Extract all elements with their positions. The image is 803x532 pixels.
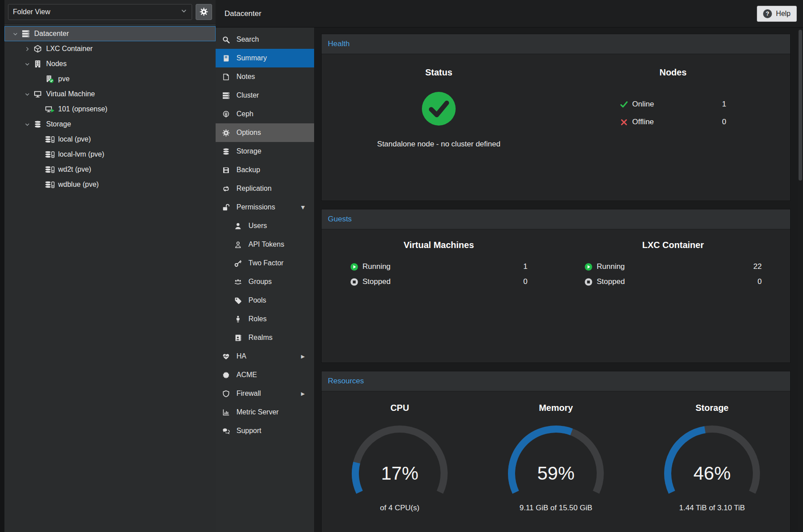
tree-item-local-lvm-pve[interactable]: local-lvm (pve) xyxy=(4,147,216,162)
menu-item-two-factor[interactable]: Two Factor xyxy=(216,254,314,272)
menu-item-realms[interactable]: Realms xyxy=(216,328,314,347)
menu-item-options[interactable]: Options xyxy=(216,123,314,142)
resources-panel-header[interactable]: Resources xyxy=(322,371,790,391)
scrollbar-thumb[interactable] xyxy=(799,30,802,181)
menu-item-roles[interactable]: Roles xyxy=(216,310,314,328)
tree-item-101-opnsense[interactable]: 101 (opnsense) xyxy=(4,102,216,117)
vertical-scrollbar[interactable] xyxy=(798,28,803,532)
menu-item-label: Two Factor xyxy=(248,259,283,267)
guests-panel-header[interactable]: Guests xyxy=(322,209,790,229)
tree-item-nodes[interactable]: Nodes xyxy=(4,56,216,71)
menu-item-cluster[interactable]: Cluster xyxy=(216,86,314,105)
database-icon xyxy=(32,120,43,128)
tree-item-wd2t-pve[interactable]: wd2t (pve) xyxy=(4,162,216,177)
database-drive-icon xyxy=(44,181,55,189)
support-icon xyxy=(222,427,230,435)
menu-item-metric-server[interactable]: Metric Server xyxy=(216,403,314,422)
status-row-value: 1 xyxy=(722,100,726,109)
menu-item-pools[interactable]: Pools xyxy=(216,291,314,310)
menu-item-backup[interactable]: Backup xyxy=(216,161,314,179)
tree-item-label: LXC Container xyxy=(46,45,93,53)
key-icon xyxy=(234,260,242,267)
main-area: Datacenter ? Help SearchSummaryNotesClus… xyxy=(216,0,803,532)
menu-item-users[interactable]: Users xyxy=(216,217,314,235)
tree-item-lxc-container[interactable]: LXC Container xyxy=(4,41,216,56)
user-icon xyxy=(234,222,242,230)
gauge-column-storage: Storage46%1.44 TiB of 3.10 TiB xyxy=(634,391,790,532)
menu-item-notes[interactable]: Notes xyxy=(216,67,314,86)
view-mode-value: Folder View xyxy=(13,8,50,16)
health-panel: Health Status Standalone node - no clust… xyxy=(321,34,791,201)
tree-item-storage[interactable]: Storage xyxy=(4,117,216,132)
status-check-icon xyxy=(421,91,457,126)
play-icon xyxy=(584,263,593,271)
tree-item-wdblue-pve[interactable]: wdblue (pve) xyxy=(4,177,216,192)
menu-item-api-tokens[interactable]: API Tokens xyxy=(216,235,314,254)
gauge-column-cpu: CPU17%of 4 CPU(s) xyxy=(322,391,478,532)
menu-item-label: Notes xyxy=(236,73,255,81)
menu-item-label: HA xyxy=(236,352,246,360)
resource-tree-panel: Folder View DatacenterLXC ContainerNodes… xyxy=(4,0,216,532)
tree-item-datacenter[interactable]: Datacenter xyxy=(4,26,216,41)
tree-settings-button[interactable] xyxy=(196,4,212,20)
database-icon xyxy=(222,148,230,155)
tree-item-label: wd2t (pve) xyxy=(58,166,91,173)
search-icon xyxy=(222,36,230,43)
tree-item-label: pve xyxy=(58,75,70,83)
tree-item-pve[interactable]: pve xyxy=(4,71,216,87)
gauge-sublabel: 1.44 TiB of 3.10 TiB xyxy=(679,504,745,512)
menu-item-acme[interactable]: ACME xyxy=(216,366,314,384)
guests-rows: Running22Stopped0 xyxy=(584,261,762,288)
status-row-value: 1 xyxy=(524,262,527,271)
chevron-right-icon[interactable] xyxy=(22,46,32,52)
chevron-down-icon[interactable] xyxy=(22,91,32,97)
status-row-label: Stopped xyxy=(362,277,390,286)
menu-item-permissions[interactable]: Permissions▼ xyxy=(216,198,314,217)
window-edge xyxy=(0,0,4,532)
status-row-online: Online1 xyxy=(620,100,726,109)
caret-right-icon: ▶ xyxy=(301,391,305,396)
menu-item-label: Support xyxy=(236,427,261,435)
menu-item-storage[interactable]: Storage xyxy=(216,142,314,161)
help-button[interactable]: ? Help xyxy=(757,6,797,22)
person-icon xyxy=(234,315,242,323)
menu-item-summary[interactable]: Summary xyxy=(216,49,314,67)
cluster-status-message: Standalone node - no cluster defined xyxy=(377,140,500,149)
proxmox-window: Folder View DatacenterLXC ContainerNodes… xyxy=(0,0,803,532)
tree-item-virtual-machine[interactable]: Virtual Machine xyxy=(4,87,216,102)
unlock-icon xyxy=(222,204,230,211)
health-panel-header[interactable]: Health xyxy=(322,34,790,54)
cube-icon xyxy=(32,45,43,53)
chevron-down-icon[interactable] xyxy=(22,61,32,67)
tree-item-label: Storage xyxy=(46,120,71,128)
database-drive-icon xyxy=(44,135,55,143)
chevron-down-icon[interactable] xyxy=(10,31,20,37)
gear-icon xyxy=(200,8,208,16)
menu-item-ha[interactable]: HA▶ xyxy=(216,347,314,366)
status-row-label: Online xyxy=(632,100,654,109)
guests-rows: Running1Stopped0 xyxy=(350,261,527,288)
tree-item-local-pve[interactable]: local (pve) xyxy=(4,132,216,147)
menu-item-groups[interactable]: Groups xyxy=(216,272,314,291)
menu-item-label: Metric Server xyxy=(236,408,279,416)
menu-item-support[interactable]: Support xyxy=(216,422,314,440)
nodes-status-column: Nodes Online1Offline0 xyxy=(556,54,790,201)
help-label: Help xyxy=(776,10,791,18)
view-mode-select[interactable]: Folder View xyxy=(8,4,192,20)
resources-panel-body: CPU17%of 4 CPU(s)Memory59%9.11 GiB of 15… xyxy=(322,391,790,532)
chevron-down-icon[interactable] xyxy=(22,122,32,127)
building-check-icon xyxy=(44,75,55,83)
menu-item-search[interactable]: Search xyxy=(216,30,314,49)
acme-icon xyxy=(222,371,230,379)
menu-item-ceph[interactable]: Ceph xyxy=(216,105,314,123)
tree-item-label: local (pve) xyxy=(58,135,91,143)
gauge-percent: 46% xyxy=(650,463,774,484)
gauge-title: Storage xyxy=(696,403,728,413)
menu-item-label: API Tokens xyxy=(248,240,284,248)
menu-item-firewall[interactable]: Firewall▶ xyxy=(216,384,314,403)
status-row-running: Running1 xyxy=(350,261,527,272)
gear-icon xyxy=(222,129,230,137)
stop-icon xyxy=(584,278,593,286)
menu-item-replication[interactable]: Replication xyxy=(216,179,314,198)
menu-item-label: Pools xyxy=(248,296,266,304)
